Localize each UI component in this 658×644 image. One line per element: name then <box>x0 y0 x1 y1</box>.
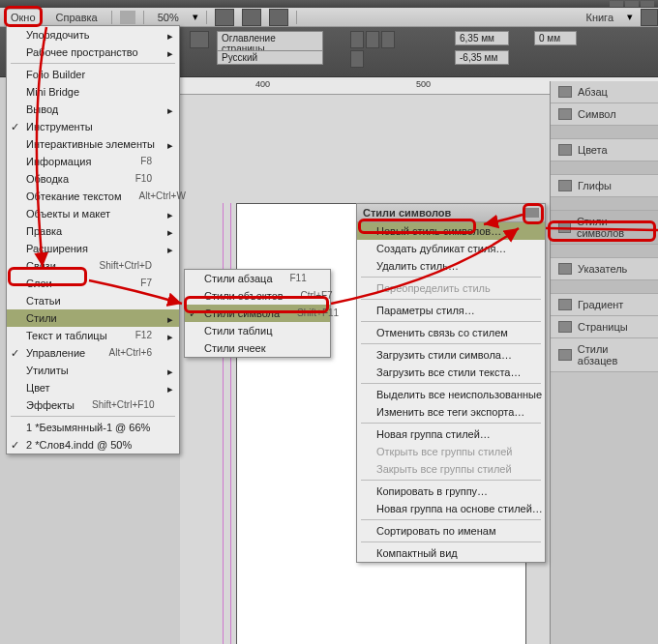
menu-item-tools[interactable]: ✓Инструменты <box>7 118 179 135</box>
panel-gap <box>551 161 658 175</box>
menu-item-text-tables[interactable]: Текст и таблицыF12▸ <box>7 327 179 344</box>
index-icon <box>558 263 572 275</box>
para-styles-icon <box>558 349 572 361</box>
close-icon[interactable] <box>641 1 654 7</box>
menu-item-info[interactable]: ИнформацияF8 <box>7 153 179 170</box>
menu-item-select-unused[interactable]: Выделить все неиспользованные <box>357 386 545 403</box>
arrange-icon[interactable] <box>269 9 288 26</box>
menu-item-object-styles[interactable]: Стили объектовCtrl+F7 <box>185 287 330 305</box>
menu-item-copy-to-group[interactable]: Копировать в группу… <box>357 483 545 500</box>
menu-item-load-char-styles[interactable]: Загрузить стили символа… <box>357 346 545 364</box>
menu-item-delete-style[interactable]: Удалить стиль… <box>357 257 545 275</box>
menu-item-output[interactable]: Вывод▸ <box>7 101 179 118</box>
menu-window[interactable]: Окно <box>4 9 43 26</box>
menu-item-interactive[interactable]: Интерактивные элементы▸ <box>7 135 179 153</box>
panel-glyphs[interactable]: Глифы <box>551 175 658 197</box>
menu-item-textwrap[interactable]: Обтекание текстомAlt+Ctrl+W <box>7 188 179 205</box>
language-field[interactable]: Русский <box>217 50 323 65</box>
align-left-icon[interactable] <box>350 31 364 48</box>
panel-gradient[interactable]: Градиент <box>551 294 658 316</box>
paragraph-icon <box>558 86 572 98</box>
menu-item-folio[interactable]: Folio Builder <box>7 66 179 83</box>
menu-item-new-style-group[interactable]: Новая группа стилей… <box>357 425 545 443</box>
bridge-icon[interactable] <box>120 11 135 24</box>
menu-item-compact-view[interactable]: Компактный вид <box>357 544 545 562</box>
menu-item-utilities[interactable]: Утилиты▸ <box>7 362 179 379</box>
glyphs-icon <box>558 180 572 191</box>
align-right-icon[interactable] <box>381 31 395 48</box>
justify-icon[interactable] <box>350 50 364 68</box>
flyout-title-bar[interactable]: Стили символов <box>357 204 545 222</box>
character-styles-flyout: Стили символов Новый стиль символов… Соз… <box>356 203 546 563</box>
panel-gap <box>551 280 658 294</box>
character-icon <box>558 108 572 120</box>
menu-item-open-all-groups: Открыть все группы стилей <box>357 443 545 460</box>
menu-help[interactable]: Справка <box>50 10 104 25</box>
panel-paragraph-styles[interactable]: Стили абзацев <box>551 338 658 372</box>
menu-item-redefine-style: Переопределить стиль <box>357 279 545 297</box>
menu-item-workspace[interactable]: Рабочее пространство▸ <box>7 44 179 61</box>
menu-item-effects[interactable]: ЭффектыShift+Ctrl+F10 <box>7 396 179 414</box>
menu-item-group-from-styles[interactable]: Новая группа на основе стилей… <box>357 500 545 517</box>
menu-item-stroke[interactable]: ОбводкаF10 <box>7 170 179 188</box>
gradient-icon <box>558 299 572 310</box>
menu-item-duplicate-style[interactable]: Создать дубликат стиля… <box>357 240 545 257</box>
menu-item-load-all-styles[interactable]: Загрузить все стили текста… <box>357 364 545 381</box>
screen-mode-icon[interactable] <box>242 9 261 26</box>
ruler-tick: 500 <box>416 79 431 89</box>
title-bar <box>0 0 658 8</box>
menu-item-color[interactable]: Цвет▸ <box>7 379 179 396</box>
menu-item-cell-styles[interactable]: Стили ячеек <box>185 339 330 357</box>
align-center-icon[interactable] <box>366 31 379 48</box>
indent-left-field[interactable]: 6,35 мм <box>455 31 509 45</box>
char-styles-icon <box>558 221 571 233</box>
styles-submenu: Стили абзацаF11 Стили объектовCtrl+F7 ✓С… <box>184 269 331 358</box>
panel-character[interactable]: Символ <box>551 103 658 126</box>
menu-item-styles[interactable]: Стили▸ <box>7 309 179 327</box>
menu-item-edit-tags[interactable]: Изменить все теги экспорта… <box>357 403 545 421</box>
menu-item-editorial[interactable]: Правка▸ <box>7 222 179 240</box>
zoom-level[interactable]: 50% <box>152 10 185 25</box>
flyout-menu-icon[interactable] <box>525 208 539 218</box>
panel-index[interactable]: Указатель <box>551 258 658 280</box>
view-mode-icon[interactable] <box>215 9 234 26</box>
menu-item-arrange[interactable]: Упорядочить▸ <box>7 26 179 44</box>
menu-item-sort-by-name[interactable]: Сортировать по именам <box>357 522 545 540</box>
window-menu-dropdown: Упорядочить▸ Рабочее пространство▸ Folio… <box>6 25 180 454</box>
menu-item-extensions[interactable]: Расширения▸ <box>7 240 179 257</box>
workspace-switcher[interactable]: Книга <box>580 10 619 25</box>
ruler-tick: 400 <box>255 79 270 89</box>
panel-dock: Абзац Символ Цвета Глифы Стили символов … <box>550 81 658 644</box>
panel-gap <box>551 126 658 139</box>
minimize-icon[interactable] <box>610 1 623 7</box>
menu-item-style-options[interactable]: Параметры стиля… <box>357 302 545 319</box>
swatches-icon <box>558 144 572 156</box>
menu-item-links[interactable]: СвязиShift+Ctrl+D <box>7 257 179 275</box>
panel-character-styles[interactable]: Стили символов <box>551 211 658 245</box>
menu-item-control[interactable]: ✓УправлениеAlt+Ctrl+6 <box>7 344 179 362</box>
menu-item-character-styles[interactable]: ✓Стили символаShift+F11 <box>185 305 330 322</box>
maximize-icon[interactable] <box>625 1 639 7</box>
menu-item-articles[interactable]: Статьи <box>7 292 179 309</box>
menu-item-object-layout[interactable]: Объекты и макет▸ <box>7 205 179 222</box>
char-format-icon[interactable] <box>190 31 209 48</box>
menu-item-table-styles[interactable]: Стили таблиц <box>185 322 330 339</box>
panel-gap <box>551 245 658 258</box>
menu-item-new-char-style[interactable]: Новый стиль символов… <box>357 222 545 240</box>
indent-first-field[interactable]: -6,35 мм <box>455 50 509 65</box>
panel-pages[interactable]: Страницы <box>551 316 658 338</box>
chevron-down-icon[interactable]: ▾ <box>627 11 633 23</box>
menu-item-layers[interactable]: СлоиF7 <box>7 275 179 292</box>
menu-item-doc1[interactable]: 1 *Безымянный-1 @ 66% <box>7 419 179 436</box>
indent-right-field[interactable]: 0 мм <box>534 31 577 45</box>
menu-item-paragraph-styles[interactable]: Стили абзацаF11 <box>185 270 330 287</box>
menu-item-break-link[interactable]: Отменить связь со стилем <box>357 324 545 341</box>
chevron-down-icon[interactable]: ▾ <box>193 11 198 23</box>
menu-item-minibridge[interactable]: Mini Bridge <box>7 83 179 101</box>
menu-item-close-all-groups: Закрыть все группы стилей <box>357 460 545 478</box>
panel-gap <box>551 197 658 211</box>
panel-swatches[interactable]: Цвета <box>551 139 658 161</box>
search-icon[interactable] <box>641 9 658 26</box>
menu-item-doc2[interactable]: ✓2 *Слов4.indd @ 50% <box>7 436 179 454</box>
panel-paragraph[interactable]: Абзац <box>551 81 658 103</box>
